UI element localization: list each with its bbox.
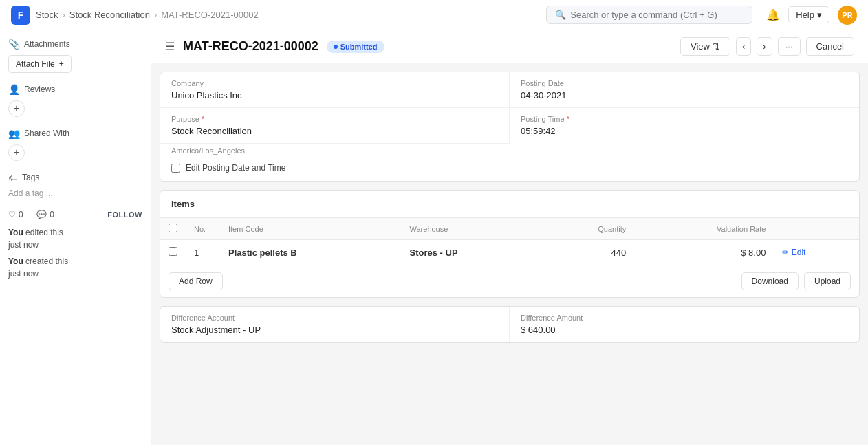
purpose-label: Purpose * xyxy=(171,115,498,123)
posting-time-label: Posting Time * xyxy=(521,115,848,123)
status-badge: Submitted xyxy=(327,41,384,53)
form-grid: Company Unico Plastics Inc. Posting Date… xyxy=(160,72,859,144)
next-button[interactable]: › xyxy=(757,37,772,56)
sidebar: 📎 Attachments Attach File + 👤 Reviews + … xyxy=(0,30,151,445)
doc-title: MAT-RECO-2021-00002 xyxy=(183,39,318,54)
nav-icons: 🔔 Help ▾ PR xyxy=(766,6,857,25)
col-checkbox xyxy=(160,218,186,240)
shared-icon: 👥 xyxy=(8,128,20,139)
add-row-button[interactable]: Add Row xyxy=(169,272,223,290)
company-cell: Company Unico Plastics Inc. xyxy=(160,72,510,108)
attach-file-button[interactable]: Attach File + xyxy=(8,55,72,73)
heart-icon[interactable]: ♡ xyxy=(8,210,16,219)
posting-date-cell: Posting Date 04-30-2021 xyxy=(510,72,859,108)
col-item-code: Item Code xyxy=(220,218,402,240)
row-quantity-0: 440 xyxy=(539,240,634,265)
items-header: Items xyxy=(160,191,859,218)
add-shared-button[interactable]: + xyxy=(8,144,25,161)
doc-actions: View ⇅ ‹ › ··· Cancel xyxy=(680,37,854,56)
col-no: No. xyxy=(186,218,220,240)
view-button[interactable]: View ⇅ xyxy=(680,37,730,56)
comments: 💬 0 xyxy=(36,210,54,219)
search-input[interactable] xyxy=(570,10,744,20)
sidebar-section-reviews: 👤 Reviews + xyxy=(8,84,142,117)
help-button[interactable]: Help ▾ xyxy=(788,6,829,23)
follow-button[interactable]: FOLLOW xyxy=(107,210,142,219)
company-value: Unico Plastics Inc. xyxy=(171,90,498,100)
select-all-checkbox[interactable] xyxy=(169,224,177,232)
sidebar-section-tags: 🏷 Tags Add a tag ... xyxy=(8,172,142,198)
breadcrumb: Stock › Stock Reconciliation › MAT-RECO-… xyxy=(36,10,259,20)
comment-icon[interactable]: 💬 xyxy=(36,210,47,219)
row-checkbox-0[interactable] xyxy=(169,247,177,256)
posting-date-value: 04-30-2021 xyxy=(521,90,848,100)
form-card: Company Unico Plastics Inc. Posting Date… xyxy=(160,72,860,182)
paperclip-icon: 📎 xyxy=(8,39,20,50)
status-dot xyxy=(334,45,338,49)
review-icon: 👤 xyxy=(8,84,20,95)
shared-with-title: 👥 Shared With xyxy=(8,128,142,139)
purpose-value: Stock Reconciliation xyxy=(171,126,498,136)
row-edit-0[interactable]: ✏ Edit xyxy=(782,248,851,257)
col-quantity: Quantity xyxy=(539,218,634,240)
doc-header: ☰ MAT-RECO-2021-00002 Submitted View ⇅ ‹… xyxy=(151,30,868,63)
table-row: 1 Plastic pellets B Stores - UP 440 $ 8.… xyxy=(160,240,859,265)
sidebar-section-attachments: 📎 Attachments Attach File + xyxy=(8,39,142,73)
cancel-button[interactable]: Cancel xyxy=(806,37,854,56)
doc-title-row: ☰ MAT-RECO-2021-00002 Submitted xyxy=(165,39,384,54)
items-section: Items No. Item Code Warehouse Quantity V… xyxy=(160,190,860,298)
more-button[interactable]: ··· xyxy=(778,37,801,56)
row-item-code-0: Plastic pellets B xyxy=(220,240,402,265)
top-nav: F Stock › Stock Reconciliation › MAT-REC… xyxy=(0,0,868,30)
search-icon: 🔍 xyxy=(555,10,566,20)
tag-icon: 🏷 xyxy=(8,172,18,183)
download-button[interactable]: Download xyxy=(741,272,799,290)
edit-posting-label: Edit Posting Date and Time xyxy=(186,163,285,173)
row-valuation-rate-0: $ 8.00 xyxy=(634,240,774,265)
diff-grid: Difference Account Stock Adjustment - UP… xyxy=(160,307,859,342)
col-warehouse: Warehouse xyxy=(402,218,539,240)
diff-amount-cell: Difference Amount $ 640.00 xyxy=(510,307,859,342)
chevron-down-icon: ▾ xyxy=(817,10,822,20)
hamburger-icon[interactable]: ☰ xyxy=(165,40,175,53)
col-actions xyxy=(774,218,859,240)
social-row: ♡ 0 · 💬 0 FOLLOW xyxy=(8,209,142,219)
reviews-title: 👤 Reviews xyxy=(8,84,142,95)
attachments-title: 📎 Attachments xyxy=(8,39,142,50)
diff-amount-label: Difference Amount xyxy=(521,314,848,322)
plus-icon: + xyxy=(59,59,64,69)
edit-posting-checkbox[interactable] xyxy=(171,164,180,173)
sidebar-bottom: ♡ 0 · 💬 0 FOLLOW You edited this just no… xyxy=(8,209,142,280)
search-bar[interactable]: 🔍 xyxy=(546,6,752,24)
main-layout: 📎 Attachments Attach File + 👤 Reviews + … xyxy=(0,30,868,445)
prev-button[interactable]: ‹ xyxy=(736,37,751,56)
diff-account-label: Difference Account xyxy=(171,314,498,322)
items-table: No. Item Code Warehouse Quantity Valuati… xyxy=(160,218,859,265)
diff-amount-value: $ 640.00 xyxy=(521,325,848,335)
upload-button[interactable]: Upload xyxy=(804,272,851,290)
likes: ♡ 0 xyxy=(8,210,23,219)
activity-item-1: You edited this just now xyxy=(8,226,142,251)
breadcrumb-stock-reconciliation[interactable]: Stock Reconciliation xyxy=(69,10,150,20)
items-footer: Add Row Download Upload xyxy=(160,265,859,297)
breadcrumb-stock[interactable]: Stock xyxy=(36,10,58,20)
add-review-button[interactable]: + xyxy=(8,100,25,117)
row-warehouse-0: Stores - UP xyxy=(402,240,539,265)
posting-date-label: Posting Date xyxy=(521,79,848,87)
posting-time-cell: Posting Time * 05:59:42 xyxy=(510,108,859,144)
diff-account-cell: Difference Account Stock Adjustment - UP xyxy=(160,307,510,342)
posting-time-value: 05:59:42 xyxy=(521,126,848,136)
add-tag-label[interactable]: Add a tag ... xyxy=(8,188,142,198)
purpose-cell: Purpose * Stock Reconciliation xyxy=(160,108,510,144)
diff-account-value: Stock Adjustment - UP xyxy=(171,325,498,335)
company-label: Company xyxy=(171,79,498,87)
footer-buttons: Download Upload xyxy=(741,272,851,290)
sidebar-section-shared-with: 👥 Shared With + xyxy=(8,128,142,161)
breadcrumb-current: MAT-RECO-2021-00002 xyxy=(161,10,258,20)
app-icon[interactable]: F xyxy=(11,6,30,25)
edit-posting-row: Edit Posting Date and Time xyxy=(160,158,859,181)
difference-section: Difference Account Stock Adjustment - UP… xyxy=(160,306,860,343)
activity-item-2: You created this just now xyxy=(8,255,142,280)
tags-title: 🏷 Tags xyxy=(8,172,142,183)
bell-icon[interactable]: 🔔 xyxy=(766,8,780,21)
